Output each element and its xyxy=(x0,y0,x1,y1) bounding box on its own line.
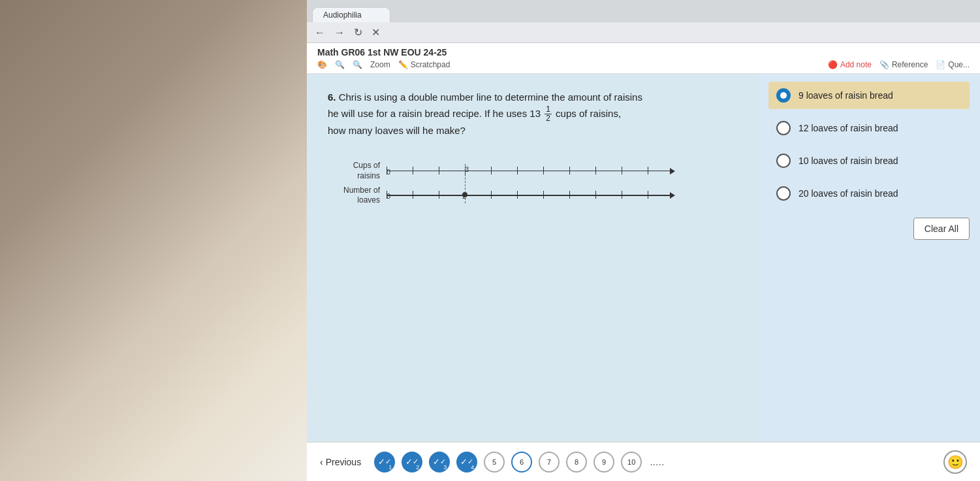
page-num-1: 1 xyxy=(388,464,392,471)
reload-button[interactable]: ↻ xyxy=(351,25,365,40)
page-num-8: 8 xyxy=(575,458,578,466)
loaves-tick-6 xyxy=(543,191,544,199)
radio-inner-a xyxy=(780,92,787,99)
toolbar-right: 🔴 Add note 📎 Reference 📄 Que... xyxy=(828,60,970,69)
zoom-label: Zoom xyxy=(370,60,390,69)
browser-tabs: Audiophilia xyxy=(307,0,980,22)
question-text-part3: cups of raisins, xyxy=(556,108,621,119)
cups-tick-1 xyxy=(413,167,413,174)
cups-tick-6 xyxy=(543,167,544,174)
loaves-tick-2 xyxy=(439,191,439,199)
loaves-line xyxy=(387,195,674,196)
forward-button[interactable]: → xyxy=(332,25,347,40)
answer-text-a: 9 loaves of raisin bread xyxy=(798,90,893,101)
reference-button[interactable]: 📎 Reference xyxy=(879,60,928,69)
cups-tick-9 xyxy=(622,167,622,174)
zoom-in-button[interactable]: 🔍 xyxy=(353,60,362,69)
page-btn-8[interactable]: 8 xyxy=(566,452,587,473)
add-note-button[interactable]: 🔴 Add note xyxy=(828,60,872,69)
answer-option-a[interactable]: 9 loaves of raisin bread xyxy=(768,82,970,109)
background-panel xyxy=(0,0,307,481)
page-btn-2[interactable]: ✓ 2 xyxy=(402,452,422,473)
answer-text-c: 10 loaves of raisin bread xyxy=(798,156,898,166)
cups-label: Cups ofraisins xyxy=(328,161,380,181)
loaves-tick-10 xyxy=(648,191,648,199)
browser-toolbar: ← → ↻ ✕ xyxy=(307,22,980,42)
browser-chrome: Audiophilia ← → ↻ ✕ xyxy=(307,0,980,43)
previous-button[interactable]: ‹ Previous xyxy=(320,457,361,467)
cups-tick-10 xyxy=(648,167,648,174)
loaves-tick-8 xyxy=(595,191,596,199)
page-num-6: 6 xyxy=(520,458,524,466)
loaves-label-0: 0 xyxy=(387,192,390,200)
que-button[interactable]: 📄 Que... xyxy=(936,60,970,69)
scratchpad-button[interactable]: ✏️ Scratchpad xyxy=(398,60,450,69)
zoom-out-button[interactable]: 🔍 xyxy=(335,60,345,69)
loaves-tick-1 xyxy=(413,191,413,199)
loaves-tick-5 xyxy=(517,191,518,199)
question-text-part2: he will use for a raisin bread recipe. I… xyxy=(328,108,541,119)
cups-tick-4 xyxy=(491,167,492,174)
loaves-line-row: Number ofloaves 0 2 xyxy=(328,186,737,206)
answer-text-d: 20 loaves of raisin bread xyxy=(798,188,898,199)
answer-option-d[interactable]: 20 loaves of raisin bread xyxy=(768,180,970,207)
page-num-10: 10 xyxy=(627,458,635,466)
app-toolbar: 🎨 🔍 🔍 Zoom ✏️ Scratchpad 🔴 Add note 📎 Re… xyxy=(317,60,970,69)
add-note-icon: 🔴 xyxy=(828,60,838,69)
question-text-part4: how many loaves will he make? xyxy=(328,125,466,136)
cups-line-row: Cups ofraisins 0 3 xyxy=(328,161,737,181)
add-note-label: Add note xyxy=(840,60,872,69)
page-num-3: 3 xyxy=(443,464,447,471)
page-btn-4[interactable]: ✓ 4 xyxy=(456,452,477,473)
page-btn-5[interactable]: 5 xyxy=(484,452,505,473)
answer-option-b[interactable]: 12 loaves of raisin bread xyxy=(768,114,970,142)
page-btn-9[interactable]: 9 xyxy=(593,452,614,473)
page-btn-6[interactable]: 6 xyxy=(511,452,532,473)
reference-icon: 📎 xyxy=(879,60,889,69)
check-icon-1: ✓ xyxy=(378,457,385,467)
cups-tick-5 xyxy=(517,167,518,174)
cups-line-wrapper: 0 3 xyxy=(387,161,674,181)
loaves-arrow xyxy=(670,192,675,199)
radio-b xyxy=(776,121,791,135)
check-icon-3: ✓ xyxy=(433,457,440,467)
back-button[interactable]: ← xyxy=(312,25,328,40)
radio-c xyxy=(776,154,791,168)
cups-tick-8 xyxy=(595,167,596,174)
browser-area: Audiophilia ← → ↻ ✕ Math GR06 1st NW EOU… xyxy=(307,0,980,481)
palette-button[interactable]: 🎨 xyxy=(317,60,327,69)
ellipsis: ..... xyxy=(650,456,664,468)
page-btn-1[interactable]: ✓ 1 xyxy=(374,452,395,473)
browser-tab[interactable]: Audiophilia xyxy=(312,7,390,22)
close-button[interactable]: ✕ xyxy=(369,25,383,40)
clear-all-button[interactable]: Clear All xyxy=(913,218,970,240)
check-icon-2: ✓ xyxy=(405,457,413,467)
zoom-button[interactable]: Zoom xyxy=(370,60,390,69)
answer-option-c[interactable]: 10 loaves of raisin bread xyxy=(768,147,970,174)
question-area: 6. Chris is using a double number line t… xyxy=(307,74,758,442)
page-num-5: 5 xyxy=(492,458,496,466)
smiley-icon[interactable]: 🙂 xyxy=(943,450,967,474)
cups-arrow xyxy=(670,168,675,174)
loaves-line-wrapper: 0 2 xyxy=(387,186,674,205)
check-icon-4: ✓ xyxy=(460,457,467,467)
loaves-label: Number ofloaves xyxy=(328,186,380,206)
chevron-left-icon: ‹ xyxy=(320,457,323,467)
number-line-container: Cups ofraisins 0 3 xyxy=(328,152,737,214)
page-btn-3[interactable]: ✓ 3 xyxy=(429,452,450,473)
scratchpad-icon: ✏️ xyxy=(398,60,408,69)
loaves-dot: 2 xyxy=(462,192,467,197)
loaves-tick-7 xyxy=(569,191,570,199)
scratchpad-label: Scratchpad xyxy=(411,60,450,69)
loaves-tick-4 xyxy=(491,191,492,199)
tab-label: Audiophilia xyxy=(323,10,362,20)
page-btn-10[interactable]: 10 xyxy=(621,452,642,473)
cups-line xyxy=(387,171,674,172)
cups-tick-2 xyxy=(439,167,439,174)
main-content: 6. Chris is using a double number line t… xyxy=(307,74,980,442)
que-label: Que... xyxy=(948,60,970,69)
page-btn-7[interactable]: 7 xyxy=(539,452,560,473)
app-title: Math GR06 1st NW EOU 24-25 xyxy=(317,47,970,58)
page-num-2: 2 xyxy=(416,464,419,471)
cups-tick-7 xyxy=(569,167,570,174)
